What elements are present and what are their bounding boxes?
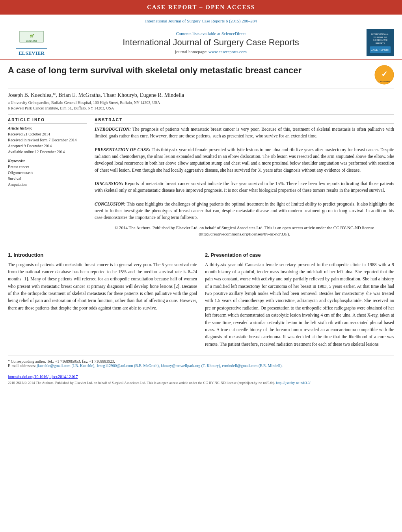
conclusion-text: This case highlights the challenges of g… xyxy=(95,202,394,220)
svg-text:ELSEVIER: ELSEVIER xyxy=(26,40,37,42)
elsevier-logo: 🌿 ELSEVIER ELSEVIER xyxy=(8,29,55,56)
crossmark-logo[interactable]: ✓ CrossMark xyxy=(374,65,394,85)
authors-line: Joseph B. Kuechlea,*, Brian E. McGratha,… xyxy=(8,92,394,98)
svg-text:CrossMark: CrossMark xyxy=(378,80,390,83)
footnotes: * Corresponding author. Tel.: +1 7168985… xyxy=(8,356,394,368)
svg-text:INTERNATIONAL: INTERNATIONAL xyxy=(371,33,389,35)
journal-homepage: journal homepage: www.casereports.com xyxy=(63,49,359,54)
keyword-3: Survival xyxy=(8,176,87,182)
journal-citation: International Journal of Surgery Case Re… xyxy=(8,17,394,26)
bottom-legal: 2210-2612/© 2014 The Authors. Published … xyxy=(8,380,394,386)
article-info-col: ARTICLE INFO Article history: Received 2… xyxy=(8,118,87,237)
presentation-label: PRESENTATION OF CASE: xyxy=(95,147,151,152)
journal-name-block: Contents lists available at ScienceDirec… xyxy=(55,31,367,54)
article-content: A case of long term survival with skelet… xyxy=(0,60,402,390)
intro-section-text: The prognosis of patients with metastati… xyxy=(8,261,197,312)
corresponding-note: * Corresponding author. Tel.: +1 7168985… xyxy=(8,359,394,363)
keyword-2: Oligometastasis xyxy=(8,170,87,176)
elsevier-brand: ELSEVIER xyxy=(16,48,47,56)
received-revised-date: Received in revised form 7 December 2014 xyxy=(8,137,87,143)
contents-note: Contents lists available at ScienceDirec… xyxy=(63,31,359,36)
svg-text:CASE REPORT: CASE REPORT xyxy=(371,48,390,51)
license-link[interactable]: http://ijscr.by-nc-nd/3.0/ xyxy=(276,381,311,385)
keywords-section: Keywords: Breast cancer Oligometastasis … xyxy=(8,159,87,187)
body-left: 1. Introduction The prognosis of patient… xyxy=(8,252,197,348)
email-links[interactable]: jkuechle@gmail.com (J.B. Kuechle), 1mcg1… xyxy=(37,363,283,368)
available-date: Available online 12 December 2014 xyxy=(8,149,87,155)
abstract-body: INTRODUCTION: The prognosis of patients … xyxy=(95,126,394,221)
intro-section-heading: 1. Introduction xyxy=(8,252,197,258)
abstract-heading: ABSTRACT xyxy=(95,118,394,124)
svg-text:✓: ✓ xyxy=(381,70,388,78)
journal-title-row: 🌿 ELSEVIER ELSEVIER Contents lists avail… xyxy=(8,26,394,59)
presentation-section-heading: 2. Presentation of case xyxy=(205,252,394,258)
intro-label: INTRODUCTION: xyxy=(95,127,131,132)
info-abstract-row: ARTICLE INFO Article history: Received 2… xyxy=(8,118,394,237)
doi-section: http://dx.doi.org/10.1016/j.ijscr.2014.1… xyxy=(8,372,394,379)
discussion-label: DISCUSSION: xyxy=(95,181,123,186)
article-title: A case of long term survival with skelet… xyxy=(8,65,374,76)
keywords-label: Keywords: xyxy=(8,159,87,163)
affiliation-b: b Roswell Park Cancer Institute, Elm St.… xyxy=(8,106,394,111)
separator-2 xyxy=(8,244,394,244)
body-two-col: 1. Introduction The prognosis of patient… xyxy=(8,252,394,348)
body-right: 2. Presentation of case A thirty-six yea… xyxy=(205,252,394,348)
journal-logo-right: INTERNATIONAL JOURNAL OF SURGERY CASE RE… xyxy=(367,29,394,56)
doi-link[interactable]: http://dx.doi.org/10.1016/j.ijscr.2014.1… xyxy=(8,374,78,379)
journal-title: International Journal of Surgery Case Re… xyxy=(63,37,359,48)
conclusion-label: CONCLUSION: xyxy=(95,202,126,206)
affiliation-a: a University Orthopaedics, Buffalo Gener… xyxy=(8,100,394,106)
intro-text: The prognosis of patients with metastati… xyxy=(95,127,394,138)
svg-text:REPORTS: REPORTS xyxy=(376,42,385,44)
discussion-text: Reports of metastatic breast cancer surv… xyxy=(95,181,394,193)
accepted-date: Accepted 9 December 2014 xyxy=(8,143,87,149)
email-note: E-mail addresses: jkuechle@gmail.com (J.… xyxy=(8,363,394,368)
separator-1 xyxy=(8,114,394,115)
presentation-section-text: A thirty-six year old Caucasian female s… xyxy=(205,261,394,348)
history-label: Article history: xyxy=(8,126,87,130)
keyword-4: Amputation xyxy=(8,182,87,187)
received-date: Received 21 October 2014 xyxy=(8,131,87,137)
abstract-col: ABSTRACT INTRODUCTION: The prognosis of … xyxy=(95,118,394,237)
svg-text:JOURNAL OF: JOURNAL OF xyxy=(373,36,388,38)
journal-header: International Journal of Surgery Case Re… xyxy=(0,15,402,60)
case-report-banner: CASE REPORT – OPEN ACCESS xyxy=(0,0,402,15)
homepage-link[interactable]: www.casereports.com xyxy=(208,49,247,54)
copyright-text: © 2014 The Authors. Published by Elsevie… xyxy=(95,224,394,237)
affiliations: a University Orthopaedics, Buffalo Gener… xyxy=(8,100,394,111)
article-info-heading: ARTICLE INFO xyxy=(8,118,87,124)
svg-text:SURGERY CASE: SURGERY CASE xyxy=(373,39,388,41)
article-title-block: A case of long term survival with skelet… xyxy=(8,65,394,89)
body-sections: 1. Introduction The prognosis of patient… xyxy=(8,252,394,348)
keyword-1: Breast cancer xyxy=(8,164,87,170)
